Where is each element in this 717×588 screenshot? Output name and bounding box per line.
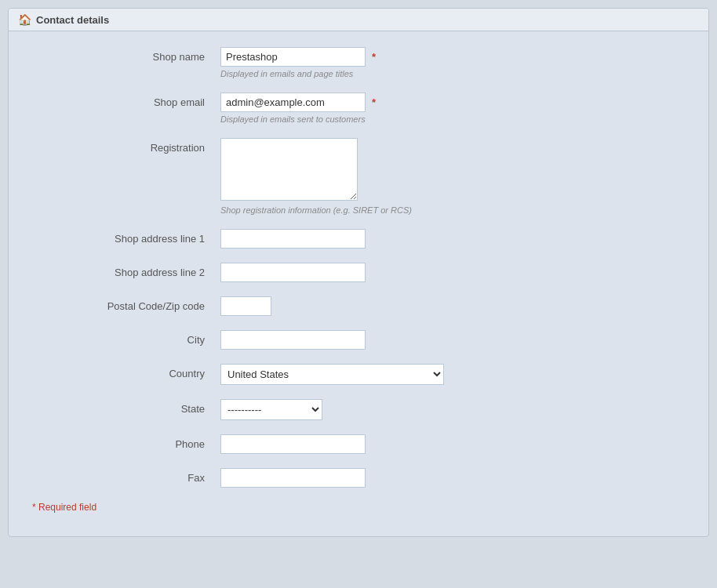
postal-code-wrap [220, 296, 573, 316]
address-line1-label: Shop address line 1 [32, 229, 220, 245]
state-wrap: ---------- Alabama Alaska Arizona Califo… [220, 399, 573, 420]
city-wrap [220, 330, 573, 350]
fax-input[interactable] [220, 468, 366, 488]
shop-email-wrap: * Displayed in emails sent to customers [220, 93, 573, 124]
shop-email-group: Shop email * Displayed in emails sent to… [32, 93, 685, 124]
shop-name-help: Displayed in emails and page titles [220, 69, 573, 78]
registration-group: Registration Shop registration informati… [32, 138, 685, 215]
phone-input[interactable] [220, 434, 366, 454]
address-line2-input[interactable] [220, 263, 366, 282]
fax-label: Fax [32, 468, 220, 484]
panel-header: 🏠 Contact details [9, 9, 708, 31]
country-group: Country United States United Kingdom Fra… [32, 364, 685, 385]
address-line2-wrap [220, 263, 573, 282]
country-select[interactable]: United States United Kingdom France Germ… [220, 364, 444, 385]
shop-name-group: Shop name * Displayed in emails and page… [32, 47, 685, 78]
shop-email-input[interactable] [220, 93, 366, 112]
postal-code-input[interactable] [220, 296, 271, 316]
shop-name-required: * [372, 51, 376, 63]
state-group: State ---------- Alabama Alaska Arizona … [32, 399, 685, 420]
state-select[interactable]: ---------- Alabama Alaska Arizona Califo… [220, 399, 322, 420]
fax-wrap [220, 468, 573, 488]
address-line1-wrap [220, 229, 573, 249]
home-icon: 🏠 [18, 13, 31, 26]
address-line2-label: Shop address line 2 [32, 263, 220, 278]
registration-label: Registration [32, 138, 220, 154]
shop-name-label: Shop name [32, 47, 220, 63]
city-group: City [32, 330, 685, 350]
panel-title: Contact details [36, 14, 109, 26]
address-line1-input[interactable] [220, 229, 366, 249]
address-line2-group: Shop address line 2 [32, 263, 685, 282]
registration-wrap: Shop registration information (e.g. SIRE… [220, 138, 573, 215]
country-label: Country [32, 364, 220, 379]
shop-name-input[interactable] [220, 47, 366, 67]
phone-group: Phone [32, 434, 685, 454]
shop-email-label: Shop email [32, 93, 220, 108]
phone-wrap [220, 434, 573, 454]
fax-group: Fax [32, 468, 685, 488]
panel-body: Shop name * Displayed in emails and page… [9, 31, 708, 536]
contact-details-panel: 🏠 Contact details Shop name * Displayed … [8, 8, 709, 537]
registration-input[interactable] [220, 138, 358, 201]
phone-label: Phone [32, 434, 220, 450]
state-label: State [32, 399, 220, 415]
shop-email-help: Displayed in emails sent to customers [220, 114, 573, 124]
shop-email-required: * [372, 96, 376, 108]
required-note: * Required field [32, 502, 685, 513]
postal-code-label: Postal Code/Zip code [32, 296, 220, 312]
city-input[interactable] [220, 330, 366, 350]
postal-code-group: Postal Code/Zip code [32, 296, 685, 316]
country-wrap: United States United Kingdom France Germ… [220, 364, 573, 385]
shop-name-wrap: * Displayed in emails and page titles [220, 47, 573, 78]
registration-help: Shop registration information (e.g. SIRE… [220, 205, 573, 215]
city-label: City [32, 330, 220, 346]
address-line1-group: Shop address line 1 [32, 229, 685, 249]
